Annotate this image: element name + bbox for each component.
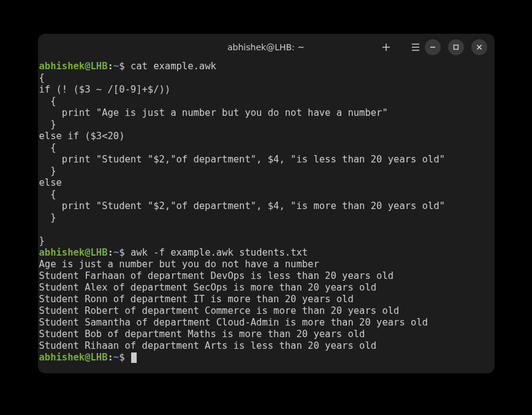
output-line: Student Ronn of department IT is more th… [38, 294, 495, 305]
command-cat: cat example.awk [131, 61, 216, 72]
prompt-user: abhishek [39, 247, 85, 258]
prompt-path: ~ [113, 247, 119, 258]
menu-button[interactable] [408, 39, 424, 55]
cursor [131, 352, 137, 363]
prompt-colon: : [108, 61, 113, 72]
prompt-host: LHB [91, 352, 108, 363]
maximize-button[interactable] [448, 39, 464, 55]
prompt-path: ~ [113, 61, 119, 72]
prompt-host: LHB [91, 247, 108, 258]
prompt-at: @ [85, 247, 90, 258]
script-line [38, 224, 495, 235]
script-line: print "Age is just a number but you do n… [38, 107, 495, 119]
prompt-dollar: $ [119, 352, 124, 363]
script-line: print "Student "$2,"of department", $4, … [38, 154, 495, 166]
output-line: Student Rihaan of department Arts is les… [38, 340, 495, 352]
output-line: Student Farhaan of department DevOps is … [38, 270, 495, 282]
output-line: Age is just a number but you do not have… [38, 259, 495, 270]
script-line: { [38, 72, 495, 84]
new-tab-button[interactable] [378, 39, 394, 55]
window-controls [425, 39, 487, 55]
close-button[interactable] [471, 39, 487, 55]
script-line: } [38, 235, 495, 247]
title-bar-actions [378, 39, 424, 55]
svg-rect-0 [454, 45, 458, 50]
terminal-window: abhishek@LHB: ~ abhishek@LHB:~$ cat exam… [38, 34, 495, 373]
script-line: else if ($3<20) [38, 131, 495, 142]
output-line: Student Samantha of department Cloud-Adm… [38, 317, 495, 329]
prompt-user: abhishek [39, 352, 85, 363]
close-icon [476, 44, 482, 50]
script-line: } [38, 212, 495, 224]
script-line: { [38, 96, 495, 107]
script-line: else [38, 177, 495, 189]
prompt-line: abhishek@LHB:~$ cat example.awk [38, 61, 495, 72]
prompt-colon: : [108, 247, 113, 258]
awk-output: Age is just a number but you do not have… [38, 259, 495, 352]
prompt-colon: : [108, 352, 113, 363]
minimize-icon [430, 44, 436, 50]
prompt-dollar: $ [119, 61, 124, 72]
output-line: Student Robert of department Commerce is… [38, 305, 495, 317]
script-output: {if (! ($3 ~ /[0-9]+$/)) { print "Age is… [38, 72, 495, 247]
script-line: } [38, 166, 495, 177]
prompt-dollar: $ [119, 247, 124, 258]
prompt-path: ~ [113, 352, 119, 363]
prompt-line: abhishek@LHB:~$ awk -f example.awk stude… [38, 247, 495, 259]
script-line: if (! ($3 ~ /[0-9]+$/)) [38, 84, 495, 96]
script-line: { [38, 189, 495, 200]
minimize-button[interactable] [425, 39, 441, 55]
output-line: Student Bob of department Maths is more … [38, 329, 495, 340]
script-line: { [38, 142, 495, 154]
terminal-body[interactable]: abhishek@LHB:~$ cat example.awk {if (! (… [38, 61, 495, 373]
plus-icon [382, 43, 390, 51]
maximize-icon [453, 44, 459, 50]
command-awk: awk -f example.awk students.txt [131, 247, 308, 258]
prompt-line-empty: abhishek@LHB:~$ [38, 352, 495, 364]
window-title: abhishek@LHB: ~ [227, 42, 305, 52]
hamburger-icon [411, 44, 420, 51]
title-bar: abhishek@LHB: ~ [38, 34, 495, 61]
prompt-at: @ [85, 61, 90, 72]
script-line: print "Student "$2,"of department", $4, … [38, 200, 495, 212]
prompt-at: @ [85, 352, 90, 363]
prompt-user: abhishek [39, 61, 85, 72]
script-line: } [38, 119, 495, 131]
prompt-host: LHB [91, 61, 108, 72]
output-line: Student Alex of department SecOps is mor… [38, 282, 495, 294]
